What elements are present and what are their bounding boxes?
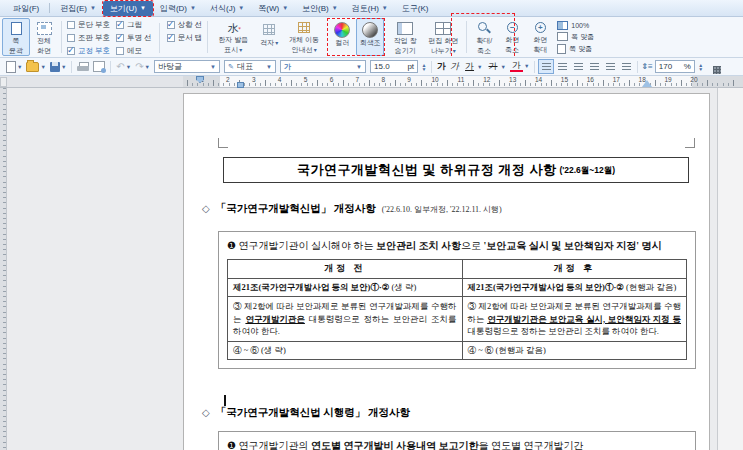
color-view-button[interactable]: 컬러	[328, 18, 356, 56]
strikethrough-button[interactable]: 가▼	[485, 59, 508, 74]
checkbox-icon	[167, 34, 175, 42]
hanja-pronunciation-button[interactable]: 水＊ 한자 발음 표시	[211, 18, 255, 56]
header-cell-before[interactable]: 개정 전	[228, 259, 463, 278]
cell-after-r2[interactable]: ③ 제2항에 따라 보안과제로 분류된 연구개발과제를 수행하는 연구개발기관은…	[462, 297, 687, 341]
menu-item-tools[interactable]: 도구(K)	[395, 1, 436, 16]
vertical-ruler[interactable]	[0, 88, 7, 450]
checkbox-label: 조판 부호	[78, 33, 110, 43]
menu-label: 파일(F)	[13, 3, 39, 14]
align-center-button[interactable]	[570, 59, 586, 74]
toolbar-collapse-icon[interactable]	[713, 66, 721, 74]
section-subtitle: ('22.6.10. 일부개정, '22.12.11. 시행)	[382, 204, 502, 215]
align-left-button[interactable]	[554, 59, 570, 74]
preview-button[interactable]	[91, 60, 107, 73]
fit-page-button[interactable]: 쪽 맞춤	[557, 44, 594, 54]
table-row: ③ 제2항에 따라 보안과제로 분류된 연구개발과제를 수행하는 연구개발기관은…	[228, 297, 687, 341]
chevron-down-icon: ▼	[356, 64, 362, 70]
font-select[interactable]: 가 ▼	[280, 60, 366, 73]
color-wheel-icon	[334, 22, 350, 37]
note-box-2[interactable]: ❶ 연구개발기관의 연도별 연구개발비 사용내역 보고기한을 연도별 연구개발기…	[218, 431, 696, 450]
cell-after-r3[interactable]: ④ ~ ⑥ (현행과 같음)	[462, 341, 687, 360]
zoom-out-button[interactable]: − 화면 축소	[498, 18, 526, 56]
bold-button[interactable]: 가	[435, 60, 448, 73]
grid-icon	[263, 22, 275, 37]
revision-table: 개정 전 개정 후 제21조(국가연구개발사업 등의 보안)①·② (생 략) …	[227, 259, 687, 361]
view-options: 문단 부호 조판 부호 교정 부호 그림 투명 선 메모 상황 선 문서 탭	[65, 18, 204, 56]
new-document-button[interactable]: ▼	[4, 60, 24, 74]
document-page[interactable]: 국가연구개발혁신법 및 하위규정 개정 사항 ('22.6월~12월) ◇ 「국…	[183, 93, 710, 450]
menu-item-format[interactable]: 서식(J)▼	[203, 1, 251, 16]
align-distribute-button[interactable]	[602, 59, 618, 74]
checkbox-revision-marks[interactable]: 교정 부호	[65, 46, 112, 56]
save-button[interactable]: ▼	[48, 61, 68, 73]
cell-before-r3[interactable]: ④ ~ ⑥ (생 략)	[228, 341, 463, 360]
line-spacing-input[interactable]: 170 %	[655, 60, 695, 73]
cell-before-r1[interactable]: 제21조(국가연구개발사업 등의 보안)①·② (생 략)	[228, 278, 463, 297]
font-type-select[interactable]: ✎ 대표 ▼	[224, 60, 276, 73]
ruler-origin-box[interactable]	[0, 77, 7, 87]
italic-button[interactable]: 가	[448, 60, 461, 73]
chevron-down-icon: ▼	[61, 64, 66, 70]
menu-item-review[interactable]: 검토(H)▼	[345, 1, 395, 16]
note-paragraph-1[interactable]: ❶ 연구개발기관이 실시해야 하는 보안관리 조치 사항으로 '보안교육 실시 …	[227, 238, 687, 254]
print-button[interactable]	[75, 61, 91, 72]
full-screen-button[interactable]: 전체 화면	[30, 18, 58, 56]
ruler-row: 1234567891011121314151617181920	[0, 76, 743, 88]
undo-button[interactable]: ↶▼	[114, 61, 133, 73]
underline-button[interactable]: 가▼	[461, 59, 484, 74]
checkbox-paragraph-marks[interactable]: 문단 부호	[65, 20, 112, 30]
fit-width-button[interactable]: 폭 맞춤	[557, 32, 594, 42]
menu-item-page[interactable]: 쪽(W)▼	[251, 1, 295, 16]
hanja-icon: 水＊	[228, 22, 239, 34]
hide-task-pane-button[interactable]: 작업 창 숨기기	[387, 18, 423, 56]
button-label: 축소	[477, 47, 491, 55]
grayscale-view-button[interactable]: 회색조	[356, 18, 384, 56]
zoom-button[interactable]: 확대/ 축소	[470, 18, 498, 56]
menu-item-security[interactable]: 보안(B)▼	[295, 1, 345, 16]
document-title-box[interactable]: 국가연구개발혁신법 및 하위규정 개정 사항 ('22.6월~12월)	[223, 157, 689, 183]
align-justify-button[interactable]	[538, 59, 554, 74]
note-paragraph-2[interactable]: ❶ 연구개발기관의 연도별 연구개발비 사용내역 보고기한을 연도별 연구개발기…	[227, 438, 687, 450]
grid-button[interactable]: 격자	[255, 18, 283, 56]
align-right-button[interactable]	[586, 59, 602, 74]
chevron-down-icon: ▼	[140, 5, 146, 11]
cell-text-bold: 제21조(국가연구개발사업 등의 보안)①·②	[468, 282, 624, 292]
vertical-scrollbar[interactable]	[717, 88, 743, 450]
group-separator	[159, 23, 160, 53]
menu-item-file[interactable]: 파일(F)	[6, 1, 46, 16]
font-size-input[interactable]: 15.0 pt	[370, 60, 418, 73]
section-heading-2[interactable]: ◇ 「국가연구개발혁신법 시행령」 개정사항	[202, 406, 410, 420]
menu-item-view[interactable]: 보기(U)▼	[103, 1, 153, 16]
checkbox-document-tabs[interactable]: 문서 탭	[165, 33, 205, 43]
button-label: 폭 맞춤	[571, 32, 594, 42]
font-size-stepper[interactable]: ▲▼	[420, 63, 428, 71]
group-separator	[431, 61, 432, 73]
horizontal-ruler[interactable]: 1234567891011121314151617181920	[183, 76, 743, 87]
page-outline-button[interactable]: 쪽 윤곽	[2, 18, 30, 56]
menu-item-edit[interactable]: 편집(E)▼	[53, 1, 103, 16]
redo-icon: ↷	[135, 62, 143, 72]
section-heading-1[interactable]: ◇ 「국가연구개발혁신법」 개정사항 ('22.6.10. 일부개정, '22.…	[202, 202, 502, 216]
font-color-button[interactable]: 가▼	[508, 60, 531, 74]
style-select[interactable]: 바탕글 ▼	[154, 60, 220, 73]
cell-before-r2[interactable]: ③ 제2항에 따라 보안과제로 분류된 연구개발과제를 수행하는 연구개발기관은…	[228, 297, 463, 341]
cell-after-r1[interactable]: 제21조(국가연구개발사업 등의 보안)①·② (현행과 같음)	[462, 278, 687, 297]
font-color-glyph: 가	[510, 61, 523, 73]
redo-button[interactable]: ↷▼	[133, 61, 152, 73]
zoom-100-button[interactable]: 100%	[557, 21, 594, 30]
menu-item-input[interactable]: 입력(D)▼	[153, 1, 203, 16]
note-box-1[interactable]: ❶ 연구개발기관이 실시해야 하는 보안관리 조치 사항으로 '보안교육 실시 …	[218, 231, 696, 369]
checkbox-memo[interactable]: 메모	[114, 46, 154, 56]
checkbox-pictures[interactable]: 그림	[114, 20, 154, 30]
checkbox-transparent-lines[interactable]: 투명 선	[114, 33, 154, 43]
font-size-value: 15.0	[374, 62, 390, 71]
header-cell-after[interactable]: 개정 후	[462, 259, 687, 278]
object-guide-button[interactable]: 개체 이동 안내선	[283, 18, 325, 56]
checkbox-status-line[interactable]: 상황 선	[165, 20, 205, 30]
split-screen-button[interactable]: 편집 화면 나누기	[423, 18, 463, 56]
line-spacing-stepper[interactable]: ▲▼	[697, 63, 705, 71]
open-button[interactable]: ▼	[24, 61, 47, 73]
align-divide-button[interactable]	[618, 59, 634, 74]
checkbox-layout-marks[interactable]: 조판 부호	[65, 33, 112, 43]
zoom-in-button[interactable]: + 화면 확대	[526, 18, 554, 56]
